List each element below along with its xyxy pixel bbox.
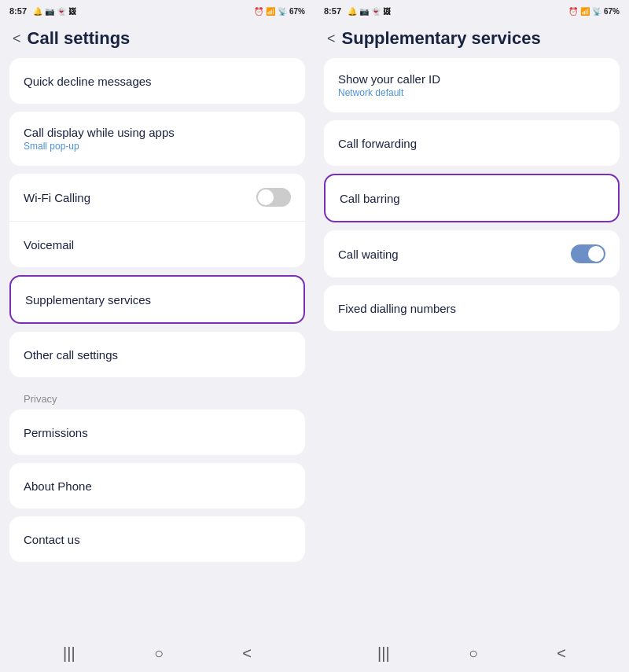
supplementary-item[interactable]: Supplementary services (11, 277, 303, 322)
ig-icon: 📷 (45, 7, 54, 16)
alarm-icon: ⏰ (254, 7, 263, 16)
caller-id-item[interactable]: Show your caller ID Network default (324, 58, 620, 112)
time-left: 8:57 (9, 6, 27, 16)
notif-icon-r: 🔔 (348, 7, 357, 16)
call-waiting-card: Call waiting (324, 230, 620, 277)
call-barring-item[interactable]: Call barring (326, 175, 618, 221)
caller-id-subtext: Network default (338, 87, 440, 98)
nav-bar-left: ||| ○ < (0, 634, 314, 672)
wifi-icon: 📶 (266, 7, 275, 16)
nav-bar-right: ||| ○ < (314, 634, 629, 672)
permissions-label: Permissions (24, 426, 88, 439)
page-header-right: < Supplementary services (314, 22, 629, 58)
call-waiting-knob (588, 246, 604, 262)
privacy-section-label: Privacy (9, 385, 305, 409)
settings-list-left: Quick decline messages Call display whil… (0, 58, 314, 634)
time-right: 8:57 (324, 6, 341, 16)
home-left[interactable]: ○ (154, 644, 164, 663)
call-waiting-item[interactable]: Call waiting (324, 230, 620, 277)
status-time-left: 8:57 🔔 📷 👻 🖼 (9, 6, 76, 16)
wifi-calling-toggle[interactable] (256, 188, 291, 207)
status-icons-left: 🔔 📷 👻 🖼 (33, 7, 76, 16)
call-barring-highlight-card: Call barring (324, 174, 620, 222)
supplementary-label: Supplementary services (25, 293, 151, 307)
call-display-subtext: Small pop-up (24, 141, 175, 152)
back-button-right[interactable]: < (327, 31, 336, 47)
about-phone-card: About Phone (9, 463, 305, 509)
about-phone-label: About Phone (24, 479, 92, 493)
wifi-voicemail-card: Wi-Fi Calling Voicemail (9, 174, 305, 267)
other-call-item[interactable]: Other call settings (9, 332, 305, 377)
wifi-calling-label: Wi-Fi Calling (24, 191, 90, 204)
about-phone-item[interactable]: About Phone (9, 463, 305, 509)
recent-apps-left[interactable]: ||| (63, 644, 75, 663)
alarm-icon-r: ⏰ (568, 7, 578, 16)
wifi-icon-r: 📶 (580, 7, 590, 16)
call-waiting-toggle[interactable] (571, 244, 605, 263)
snap-icon-r: 👻 (371, 7, 381, 16)
page-title-left: Call settings (28, 28, 131, 49)
gallery-icon-r: 🖼 (383, 7, 391, 16)
other-call-card: Other call settings (9, 332, 305, 377)
snap-icon: 👻 (57, 7, 66, 16)
caller-id-card: Show your caller ID Network default (324, 58, 620, 112)
call-barring-label: Call barring (340, 192, 400, 205)
call-waiting-label: Call waiting (338, 248, 399, 261)
call-forwarding-label: Call forwarding (338, 137, 417, 150)
back-button-left[interactable]: < (13, 31, 21, 47)
recent-apps-right[interactable]: ||| (377, 644, 390, 663)
quick-decline-item[interactable]: Quick decline messages (9, 58, 305, 104)
status-time-right: 8:57 🔔 📷 👻 🖼 (324, 6, 391, 16)
settings-list-right: Show your caller ID Network default Call… (314, 58, 629, 634)
back-nav-right[interactable]: < (557, 644, 566, 663)
wifi-calling-item[interactable]: Wi-Fi Calling (9, 174, 305, 222)
left-panel: 8:57 🔔 📷 👻 🖼 ⏰ 📶 📡 67% < Call settings Q… (0, 0, 314, 672)
voicemail-item[interactable]: Voicemail (9, 222, 305, 267)
call-forwarding-card: Call forwarding (324, 120, 620, 166)
call-display-block: Call display while using apps Small pop-… (24, 126, 175, 152)
signal-icon-r: 📡 (592, 7, 601, 16)
permissions-item[interactable]: Permissions (9, 409, 305, 455)
signal-icon: 📡 (278, 7, 287, 16)
call-display-item[interactable]: Call display while using apps Small pop-… (9, 112, 305, 166)
battery-left: 67% (289, 7, 305, 16)
voicemail-label: Voicemail (24, 238, 74, 252)
fixed-dialling-card: Fixed dialling numbers (324, 285, 620, 331)
back-nav-left[interactable]: < (242, 644, 252, 663)
contact-us-label: Contact us (24, 533, 80, 546)
call-display-label: Call display while using apps (24, 126, 175, 139)
caller-id-block: Show your caller ID Network default (338, 72, 440, 98)
status-icons-right: 🔔 📷 👻 🖼 (348, 7, 391, 16)
caller-id-label: Show your caller ID (338, 72, 440, 86)
status-bar-left: 8:57 🔔 📷 👻 🖼 ⏰ 📶 📡 67% (0, 0, 314, 22)
quick-decline-card: Quick decline messages (9, 58, 305, 104)
page-title-right: Supplementary services (342, 28, 541, 49)
contact-us-item[interactable]: Contact us (9, 516, 305, 562)
page-header-left: < Call settings (0, 22, 314, 58)
status-right-right: ⏰ 📶 📡 67% (568, 7, 620, 16)
supplementary-highlight-card: Supplementary services (9, 275, 305, 324)
fixed-dialling-label: Fixed dialling numbers (338, 302, 456, 315)
notif-icon: 🔔 (33, 7, 42, 16)
home-right[interactable]: ○ (469, 644, 478, 663)
fixed-dialling-item[interactable]: Fixed dialling numbers (324, 285, 620, 331)
battery-right: 67% (604, 7, 620, 16)
ig-icon-r: 📷 (359, 7, 369, 16)
status-right-left: ⏰ 📶 📡 67% (254, 7, 305, 16)
call-display-card: Call display while using apps Small pop-… (9, 112, 305, 166)
other-call-label: Other call settings (24, 348, 118, 362)
permissions-card: Permissions (9, 409, 305, 455)
right-panel: 8:57 🔔 📷 👻 🖼 ⏰ 📶 📡 67% < Supplementary s… (314, 0, 629, 672)
status-bar-right: 8:57 🔔 📷 👻 🖼 ⏰ 📶 📡 67% (314, 0, 629, 22)
wifi-calling-knob (258, 189, 274, 205)
quick-decline-label: Quick decline messages (24, 75, 152, 88)
call-forwarding-item[interactable]: Call forwarding (324, 120, 620, 166)
gallery-icon: 🖼 (68, 7, 76, 16)
contact-us-card: Contact us (9, 516, 305, 562)
